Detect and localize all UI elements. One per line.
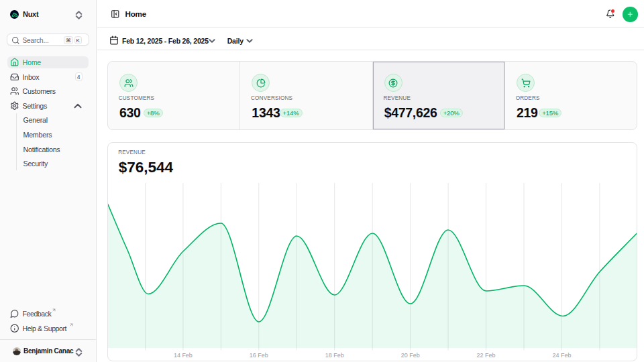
svg-text:24 Feb: 24 Feb	[552, 352, 571, 359]
svg-text:14 Feb: 14 Feb	[174, 352, 193, 359]
svg-text:18 Feb: 18 Feb	[325, 352, 344, 359]
svg-text:20 Feb: 20 Feb	[401, 352, 420, 359]
svg-text:22 Feb: 22 Feb	[477, 352, 496, 359]
svg-text:16 Feb: 16 Feb	[250, 352, 268, 359]
